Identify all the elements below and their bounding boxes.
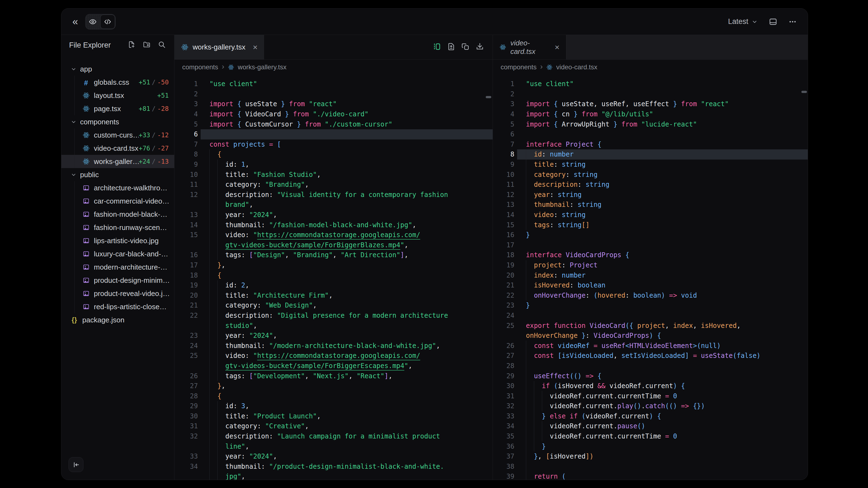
collapse-sidebar-button[interactable] [68,457,83,472]
code-editor[interactable]: 1"use client"23import { useState } from … [175,74,493,480]
line-number: 29 [493,371,514,381]
breadcrumb-file[interactable]: video-card.tsx [556,63,597,71]
collapse-left-icon [72,461,80,468]
search-icon[interactable] [158,40,166,50]
copy-icon[interactable] [461,42,470,52]
line-number: 5 [175,119,198,129]
code-line: 27 const [isVideoLoaded, setIsVideoLoade… [493,351,808,361]
code-line: 31 category: "Creative", [175,421,493,431]
close-icon[interactable]: × [253,43,257,52]
code-line: 32 description: "Launch campaign for a m… [175,431,493,442]
tree-item[interactable]: #globals.css+51/-50 [61,76,174,89]
line-number: 8 [175,150,198,160]
line-number: 32 [493,401,514,411]
preview-eye-icon[interactable] [86,14,100,29]
code-line: 35 videoRef.current.currentTime = 0 [493,431,808,442]
tab-works-gallery[interactable]: works-gallery.tsx × [175,35,265,59]
code-line: 29 useEffect(() => { [493,371,808,381]
code-line: 26 tags: ["Development", "Next.js", "Rea… [175,371,493,381]
tree-item[interactable]: luxury-car-black-and-… [61,247,174,261]
tree-item-label: product-design-minim… [94,276,170,285]
line-number: 19 [175,280,198,291]
line-number: 15 [493,220,514,230]
tree-item[interactable]: fashion-runway-scen… [61,221,174,234]
breadcrumb-folder[interactable]: components [182,63,218,71]
tree-item[interactable]: car-commercial-video… [61,194,174,208]
code-line: 4import { VideoCard } from "./video-card… [175,109,493,119]
tab-bar-left: works-gallery.tsx × [175,35,493,60]
line-number: 31 [493,391,514,401]
code-line: 22 description: "Digital presence for a … [175,311,493,321]
code-line: 36 } [493,441,808,451]
version-dropdown[interactable]: Latest [728,17,757,26]
tree-folder-components[interactable]: components [61,115,174,128]
tree-item[interactable]: architecture-walkthro… [61,181,174,194]
line-number: 37 [493,451,514,462]
tree-folder-app[interactable]: app [61,62,174,76]
code-line: 28 { [175,391,493,401]
line-number: 23 [175,331,198,341]
tree-item-label: layout.tsx [94,91,124,100]
view-toggle[interactable] [85,14,116,29]
code-line: 30 title: "Product Launch", [175,411,493,421]
tree-item[interactable]: product-design-minim… [61,274,174,287]
breadcrumb-file[interactable]: works-gallery.tsx [238,63,286,71]
collapse-panel-icon[interactable]: « [72,17,78,27]
tree-item-label: red-lips-artistic-close… [94,302,166,311]
tab-bar-right: video-card.tsx × [493,35,808,60]
tree-item[interactable]: product-reveal-video.j… [61,287,174,300]
breadcrumb-folder[interactable]: components [501,63,537,71]
code-line: 13 thumbnail: string [493,200,808,210]
tree-item[interactable]: page.tsx+81/-28 [61,102,174,115]
code-line: 22 onHoverChange: (hovered: boolean) => … [493,290,808,300]
code-line: 7interface Project { [493,139,808,150]
code-view-icon[interactable] [100,14,115,29]
code-line: 6 [175,129,493,139]
code-line: 2 [493,89,808,99]
image-icon [82,184,90,192]
download-icon[interactable] [475,42,484,52]
code-line: 12 year: string [493,190,808,200]
tree-item[interactable]: custom-curs…+33/-12 [61,128,174,142]
code-line: 15 tags: string[] [493,220,808,230]
tree-item[interactable]: lips-artistic-video.jpg [61,234,174,247]
tree-item[interactable]: {}package.json [61,313,174,327]
code-line: 27 }, [175,381,493,391]
line-number: 30 [493,381,514,391]
panel-bottom-icon[interactable] [769,17,777,26]
tree-item[interactable]: fashion-model-black-… [61,208,174,221]
react-icon [499,43,506,51]
split-diff-icon[interactable] [432,42,441,52]
tree-folder-public[interactable]: public [61,168,174,181]
image-icon [82,250,90,258]
code-editor[interactable]: 1"use client"23import { useState, useRef… [493,74,808,480]
tree-item[interactable]: video-card.tsx+76/-27 [61,142,174,155]
line-number [175,471,198,480]
tab-video-card[interactable]: video-card.tsx × [493,35,566,59]
code-line: 9 id: 1, [175,160,493,170]
line-number: 22 [175,311,198,321]
line-number: 26 [175,371,198,381]
line-number: 34 [493,421,514,431]
code-line: 9 title: string [493,160,808,170]
tree-item[interactable]: modern-architecture-… [61,261,174,274]
tree-item[interactable]: red-lips-artistic-close… [61,300,174,313]
code-line: 3import { useState, useRef, useEffect } … [493,99,808,109]
file-diff-icon[interactable] [447,42,456,52]
json-braces-icon: {} [71,316,78,324]
tree-item[interactable]: works-galler…+24/-13 [61,155,174,168]
line-number: 6 [493,129,514,139]
scrollbar-thumb[interactable] [486,96,491,98]
chevron-down-icon [752,19,757,25]
new-file-icon[interactable] [127,40,136,50]
more-menu-icon[interactable] [788,18,797,26]
diff-badge: +24/-13 [139,158,174,165]
tree-item-label: works-galler… [94,157,139,166]
new-folder-icon[interactable] [143,40,151,50]
code-line: 2 [175,89,493,99]
scrollbar-thumb[interactable] [801,91,807,93]
close-icon[interactable]: × [555,43,559,52]
code-line: 3import { useState } from "react" [175,99,493,109]
tree-item[interactable]: layout.tsx+51 [61,89,174,102]
code-line: 17 [493,240,808,250]
